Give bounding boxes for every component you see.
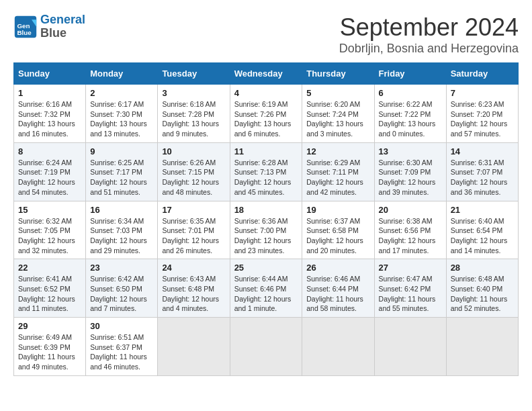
calendar-week-5: 29Sunrise: 6:49 AMSunset: 6:39 PMDayligh… <box>14 318 519 376</box>
calendar-cell <box>302 318 374 376</box>
calendar-cell: 14Sunrise: 6:31 AMSunset: 7:07 PMDayligh… <box>446 142 518 201</box>
day-number: 19 <box>306 205 369 215</box>
calendar-cell: 5Sunrise: 6:20 AMSunset: 7:24 PMDaylight… <box>302 85 374 143</box>
calendar-cell: 27Sunrise: 6:47 AMSunset: 6:42 PMDayligh… <box>374 259 446 318</box>
day-number: 1 <box>18 88 81 98</box>
day-info: Sunrise: 6:46 AMSunset: 6:44 PMDaylight:… <box>306 274 369 314</box>
day-info: Sunrise: 6:22 AMSunset: 7:22 PMDaylight:… <box>379 99 442 139</box>
day-number: 22 <box>18 263 81 273</box>
calendar-cell: 3Sunrise: 6:18 AMSunset: 7:28 PMDaylight… <box>158 85 230 143</box>
day-number: 3 <box>162 88 225 98</box>
day-info: Sunrise: 6:43 AMSunset: 6:48 PMDaylight:… <box>162 274 225 314</box>
calendar-table: SundayMondayTuesdayWednesdayThursdayFrid… <box>13 62 519 376</box>
calendar-cell <box>158 318 230 376</box>
day-number: 5 <box>306 88 369 98</box>
day-info: Sunrise: 6:24 AMSunset: 7:19 PMDaylight:… <box>18 158 81 197</box>
day-info: Sunrise: 6:34 AMSunset: 7:03 PMDaylight:… <box>90 216 153 256</box>
page-title: September 2024 <box>339 13 519 42</box>
calendar-cell: 2Sunrise: 6:17 AMSunset: 7:30 PMDaylight… <box>86 85 158 143</box>
calendar-cell: 30Sunrise: 6:51 AMSunset: 6:37 PMDayligh… <box>86 318 158 376</box>
calendar-cell: 19Sunrise: 6:37 AMSunset: 6:58 PMDayligh… <box>302 201 374 259</box>
calendar-cell: 4Sunrise: 6:19 AMSunset: 7:26 PMDaylight… <box>230 85 302 143</box>
day-info: Sunrise: 6:51 AMSunset: 6:37 PMDaylight:… <box>90 332 153 372</box>
calendar-cell: 10Sunrise: 6:26 AMSunset: 7:15 PMDayligh… <box>158 142 230 201</box>
day-info: Sunrise: 6:25 AMSunset: 7:17 PMDaylight:… <box>90 158 153 197</box>
calendar-cell: 12Sunrise: 6:29 AMSunset: 7:11 PMDayligh… <box>302 142 374 201</box>
day-number: 6 <box>379 88 442 98</box>
calendar-cell: 23Sunrise: 6:42 AMSunset: 6:50 PMDayligh… <box>86 259 158 318</box>
day-info: Sunrise: 6:38 AMSunset: 6:56 PMDaylight:… <box>379 216 442 256</box>
day-number: 4 <box>234 88 298 98</box>
day-number: 14 <box>451 146 514 156</box>
day-number: 13 <box>379 146 442 156</box>
day-info: Sunrise: 6:35 AMSunset: 7:01 PMDaylight:… <box>162 216 225 256</box>
calendar-cell: 29Sunrise: 6:49 AMSunset: 6:39 PMDayligh… <box>14 318 86 376</box>
day-number: 27 <box>379 263 442 273</box>
calendar-cell: 28Sunrise: 6:48 AMSunset: 6:40 PMDayligh… <box>446 259 518 318</box>
day-info: Sunrise: 6:17 AMSunset: 7:30 PMDaylight:… <box>90 99 153 139</box>
day-number: 11 <box>234 146 298 156</box>
weekday-header-saturday: Saturday <box>446 63 518 85</box>
weekday-header-friday: Friday <box>374 63 446 85</box>
weekday-header-monday: Monday <box>86 63 158 85</box>
day-info: Sunrise: 6:32 AMSunset: 7:05 PMDaylight:… <box>18 216 81 256</box>
day-number: 28 <box>451 263 514 273</box>
weekday-header-thursday: Thursday <box>302 63 374 85</box>
day-number: 29 <box>18 321 81 331</box>
title-block: September 2024 Dobrljin, Bosnia and Herz… <box>339 13 519 56</box>
day-info: Sunrise: 6:48 AMSunset: 6:40 PMDaylight:… <box>451 274 514 314</box>
weekday-header-sunday: Sunday <box>14 63 86 85</box>
day-info: Sunrise: 6:19 AMSunset: 7:26 PMDaylight:… <box>234 99 298 139</box>
day-number: 17 <box>162 205 225 215</box>
day-info: Sunrise: 6:20 AMSunset: 7:24 PMDaylight:… <box>306 99 369 139</box>
day-info: Sunrise: 6:36 AMSunset: 7:00 PMDaylight:… <box>234 216 298 256</box>
day-number: 2 <box>90 88 153 98</box>
calendar-cell: 24Sunrise: 6:43 AMSunset: 6:48 PMDayligh… <box>158 259 230 318</box>
day-number: 26 <box>306 263 369 273</box>
day-info: Sunrise: 6:31 AMSunset: 7:07 PMDaylight:… <box>451 158 514 197</box>
day-number: 25 <box>234 263 298 273</box>
calendar-cell: 15Sunrise: 6:32 AMSunset: 7:05 PMDayligh… <box>14 201 86 259</box>
page-header: Gen Blue General Blue September 2024 Dob… <box>13 13 519 56</box>
day-info: Sunrise: 6:42 AMSunset: 6:50 PMDaylight:… <box>90 274 153 314</box>
day-number: 8 <box>18 146 81 156</box>
calendar-cell: 21Sunrise: 6:40 AMSunset: 6:54 PMDayligh… <box>446 201 518 259</box>
day-number: 16 <box>90 205 153 215</box>
day-info: Sunrise: 6:30 AMSunset: 7:09 PMDaylight:… <box>379 158 442 197</box>
day-info: Sunrise: 6:49 AMSunset: 6:39 PMDaylight:… <box>18 332 81 372</box>
day-info: Sunrise: 6:29 AMSunset: 7:11 PMDaylight:… <box>306 158 369 197</box>
calendar-cell: 6Sunrise: 6:22 AMSunset: 7:22 PMDaylight… <box>374 85 446 143</box>
calendar-cell: 22Sunrise: 6:41 AMSunset: 6:52 PMDayligh… <box>14 259 86 318</box>
day-number: 30 <box>90 321 153 331</box>
calendar-cell <box>230 318 302 376</box>
logo: Gen Blue General Blue <box>13 13 85 40</box>
day-info: Sunrise: 6:47 AMSunset: 6:42 PMDaylight:… <box>379 274 442 314</box>
calendar-cell: 25Sunrise: 6:44 AMSunset: 6:46 PMDayligh… <box>230 259 302 318</box>
calendar-week-3: 15Sunrise: 6:32 AMSunset: 7:05 PMDayligh… <box>14 201 519 259</box>
calendar-cell: 7Sunrise: 6:23 AMSunset: 7:20 PMDaylight… <box>446 85 518 143</box>
svg-text:Blue: Blue <box>17 28 32 36</box>
calendar-cell: 17Sunrise: 6:35 AMSunset: 7:01 PMDayligh… <box>158 201 230 259</box>
calendar-cell <box>446 318 518 376</box>
day-info: Sunrise: 6:28 AMSunset: 7:13 PMDaylight:… <box>234 158 298 197</box>
day-number: 9 <box>90 146 153 156</box>
day-number: 12 <box>306 146 369 156</box>
calendar-cell: 18Sunrise: 6:36 AMSunset: 7:00 PMDayligh… <box>230 201 302 259</box>
day-number: 20 <box>379 205 442 215</box>
calendar-cell <box>374 318 446 376</box>
weekday-header-tuesday: Tuesday <box>158 63 230 85</box>
calendar-week-1: 1Sunrise: 6:16 AMSunset: 7:32 PMDaylight… <box>14 85 519 143</box>
logo-icon: Gen Blue <box>13 15 38 39</box>
calendar-body: 1Sunrise: 6:16 AMSunset: 7:32 PMDaylight… <box>14 85 519 376</box>
logo-text: General Blue <box>40 13 85 40</box>
day-number: 21 <box>451 205 514 215</box>
day-info: Sunrise: 6:18 AMSunset: 7:28 PMDaylight:… <box>162 99 225 139</box>
calendar-cell: 8Sunrise: 6:24 AMSunset: 7:19 PMDaylight… <box>14 142 86 201</box>
calendar-cell: 20Sunrise: 6:38 AMSunset: 6:56 PMDayligh… <box>374 201 446 259</box>
calendar-cell: 13Sunrise: 6:30 AMSunset: 7:09 PMDayligh… <box>374 142 446 201</box>
day-number: 23 <box>90 263 153 273</box>
day-info: Sunrise: 6:40 AMSunset: 6:54 PMDaylight:… <box>451 216 514 256</box>
calendar-cell: 11Sunrise: 6:28 AMSunset: 7:13 PMDayligh… <box>230 142 302 201</box>
day-number: 7 <box>451 88 514 98</box>
day-number: 10 <box>162 146 225 156</box>
